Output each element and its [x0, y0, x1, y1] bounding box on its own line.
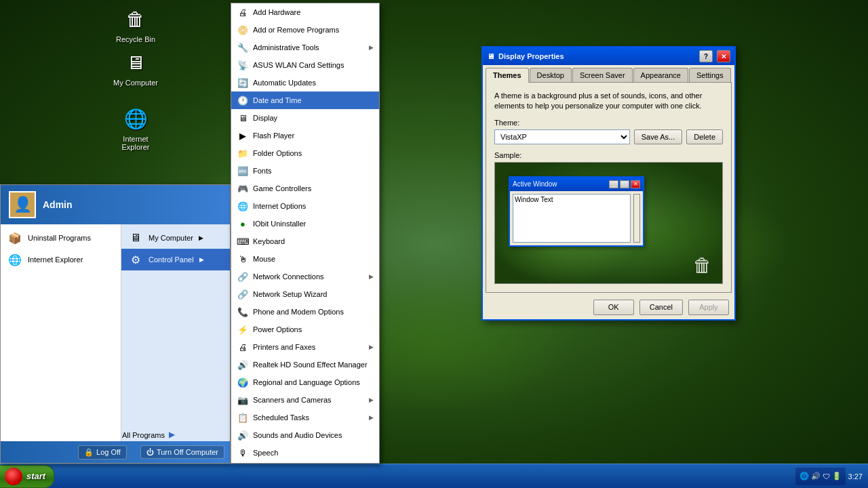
keyboard-icon: ⌨ — [237, 235, 249, 247]
all-programs-button[interactable]: All Programs ▶ — [115, 428, 181, 442]
logoff-button[interactable]: 🔒 Log Off — [78, 445, 127, 460]
sample-minimize: _ — [609, 180, 618, 188]
net-setup-label: Network Setup Wizard — [253, 290, 374, 298]
control-panel-icon: ⚙ — [128, 252, 143, 267]
cancel-button[interactable]: Cancel — [639, 300, 683, 315]
apply-button[interactable]: Apply — [688, 300, 729, 315]
sidebar-item-control-panel[interactable]: ⚙ Control Panel ▶ — [121, 249, 230, 270]
dialog-title: Display Properties — [498, 52, 695, 60]
tab-screensaver[interactable]: Screen Saver — [572, 68, 633, 82]
asus-wlan-label: ASUS WLAN Card Settings — [253, 61, 374, 69]
cp-item-add-remove[interactable]: 📀 Add or Remove Programs — [231, 21, 379, 39]
control-panel-arrow: ▶ — [199, 256, 204, 263]
dialog-icon: 🖥 — [487, 52, 494, 60]
my-computer-icon: 🖥 — [122, 49, 149, 76]
realtek-icon: 🔊 — [237, 359, 249, 371]
recycle-bin-icon: 🗑 — [122, 5, 149, 33]
display-label: Display — [253, 114, 374, 122]
close-button[interactable]: ✕ — [717, 50, 730, 62]
cp-item-network-connections[interactable]: 🔗 Network Connections ▶ — [231, 268, 379, 285]
cp-item-add-hardware[interactable]: 🖨 Add Hardware — [231, 3, 379, 21]
cp-item-asus-wlan[interactable]: 📡 ASUS WLAN Card Settings — [231, 56, 379, 74]
printers-icon: 🖨 — [237, 341, 249, 353]
cp-item-flash[interactable]: ▶ Flash Player — [231, 127, 379, 144]
my-computer-label: My Computer — [149, 234, 193, 242]
icon-label-internet-explorer: Internet Explorer — [112, 135, 159, 151]
cp-item-scheduled-tasks[interactable]: 📋 Scheduled Tasks ▶ — [231, 409, 379, 426]
cp-item-auto-updates[interactable]: 🔄 Automatic Updates — [231, 74, 379, 92]
game-ctrl-icon: 🎮 — [237, 182, 249, 195]
net-conn-label: Network Connections — [253, 272, 365, 281]
cp-item-mouse[interactable]: 🖱 Mouse — [231, 250, 379, 268]
sidebar-item-uninstall-programs[interactable]: 📦 Uninstall Programs — [1, 227, 121, 249]
taskbar: start 🌐 🔊 🛡 🔋 3:27 — [0, 464, 868, 488]
cp-item-display[interactable]: 🖥 Display — [231, 109, 379, 127]
regional-icon: 🌍 — [237, 376, 249, 388]
auto-updates-icon: 🔄 — [237, 77, 249, 89]
desktop-icon-my-computer[interactable]: 🖥 My Computer — [112, 49, 159, 87]
delete-button[interactable]: Delete — [686, 129, 723, 144]
phone-label: Phone and Modem Options — [253, 308, 374, 316]
tab-desktop[interactable]: Desktop — [530, 68, 572, 82]
start-menu-left: 📦 Uninstall Programs 🌐 Internet Explorer — [1, 224, 121, 441]
cp-item-iobit[interactable]: ● IObit Uninstaller — [231, 215, 379, 232]
date-time-label: Date and Time — [253, 96, 374, 104]
help-button[interactable]: ? — [699, 50, 713, 62]
desktop-icon-internet-explorer[interactable]: 🌐 Internet Explorer — [112, 105, 159, 151]
cp-item-folder-options[interactable]: 📁 Folder Options — [231, 144, 379, 162]
sample-content: Window Text — [510, 191, 643, 245]
theme-select[interactable]: VistaXP — [494, 129, 630, 144]
sample-close: ✕ — [631, 180, 640, 188]
cp-item-admin-tools[interactable]: 🔧 Administrative Tools ▶ — [231, 39, 379, 56]
icon-label-my-computer: My Computer — [113, 79, 158, 87]
cp-item-date-time[interactable]: 🕐 Date and Time — [231, 92, 379, 109]
sample-titlebar: Active Window _ □ ✕ — [510, 178, 643, 191]
date-time-icon: 🕐 — [237, 94, 249, 106]
cp-item-system[interactable]: 💻 System — [231, 462, 379, 464]
sidebar-item-my-computer[interactable]: 🖥 My Computer ▶ — [121, 227, 230, 249]
cp-item-network-setup[interactable]: 🔗 Network Setup Wizard — [231, 285, 379, 303]
cp-item-sounds[interactable]: 🔊 Sounds and Audio Devices — [231, 426, 379, 444]
start-menu-body: 📦 Uninstall Programs 🌐 Internet Explorer… — [1, 224, 230, 441]
tab-themes[interactable]: Themes — [486, 68, 529, 83]
scanners-arrow: ▶ — [369, 396, 374, 403]
start-button[interactable]: start — [0, 465, 54, 488]
folder-options-label: Folder Options — [253, 149, 374, 157]
cp-item-realtek[interactable]: 🔊 Realtek HD Sound Effect Manager — [231, 356, 379, 373]
sched-tasks-icon: 📋 — [237, 411, 249, 424]
speech-icon: 🎙 — [237, 447, 249, 459]
sched-tasks-arrow: ▶ — [369, 414, 374, 421]
cp-item-power-options[interactable]: ⚡ Power Options — [231, 321, 379, 338]
tab-appearance[interactable]: Appearance — [633, 68, 688, 82]
speech-label: Speech — [253, 449, 374, 457]
cp-item-internet-options[interactable]: 🌐 Internet Options — [231, 197, 379, 215]
sample-label: Sample: — [494, 151, 723, 159]
add-remove-icon: 📀 — [237, 24, 249, 36]
user-avatar: 👤 — [9, 191, 36, 218]
sample-scrollbar — [633, 194, 640, 243]
sample-window-text: Window Text — [515, 196, 553, 203]
sounds-icon: 🔊 — [237, 429, 249, 441]
desktop-icon-recycle-bin[interactable]: 🗑 Recycle Bin — [112, 5, 159, 43]
dialog-footer: OK Cancel Apply — [483, 296, 734, 319]
cp-item-scanners[interactable]: 📷 Scanners and Cameras ▶ — [231, 391, 379, 409]
cp-item-keyboard[interactable]: ⌨ Keyboard — [231, 232, 379, 250]
internet-opts-label: Internet Options — [253, 202, 374, 210]
ie-label: Internet Explorer — [28, 256, 83, 264]
ok-button[interactable]: OK — [593, 300, 634, 315]
uninstall-label: Uninstall Programs — [28, 234, 91, 242]
cp-item-phone-modem[interactable]: 📞 Phone and Modem Options — [231, 303, 379, 321]
cp-item-fonts[interactable]: 🔤 Fonts — [231, 162, 379, 180]
systray: 🌐 🔊 🛡 🔋 — [795, 468, 846, 485]
cp-item-game-controllers[interactable]: 🎮 Game Controllers — [231, 180, 379, 197]
cp-item-printers-faxes[interactable]: 🖨 Printers and Faxes ▶ — [231, 338, 379, 356]
realtek-label: Realtek HD Sound Effect Manager — [253, 361, 374, 369]
save-as-button[interactable]: Save As... — [634, 129, 683, 144]
cp-item-speech[interactable]: 🎙 Speech — [231, 444, 379, 462]
sidebar-item-internet-explorer[interactable]: 🌐 Internet Explorer — [1, 249, 121, 270]
my-computer-sm-icon: 🖥 — [128, 230, 143, 245]
turnoff-button[interactable]: ⏻ Turn Off Computer — [140, 445, 224, 459]
cp-item-regional[interactable]: 🌍 Regional and Language Options — [231, 373, 379, 391]
dialog-tabs: Themes Desktop Screen Saver Appearance S… — [483, 65, 734, 82]
tab-settings[interactable]: Settings — [689, 68, 731, 82]
